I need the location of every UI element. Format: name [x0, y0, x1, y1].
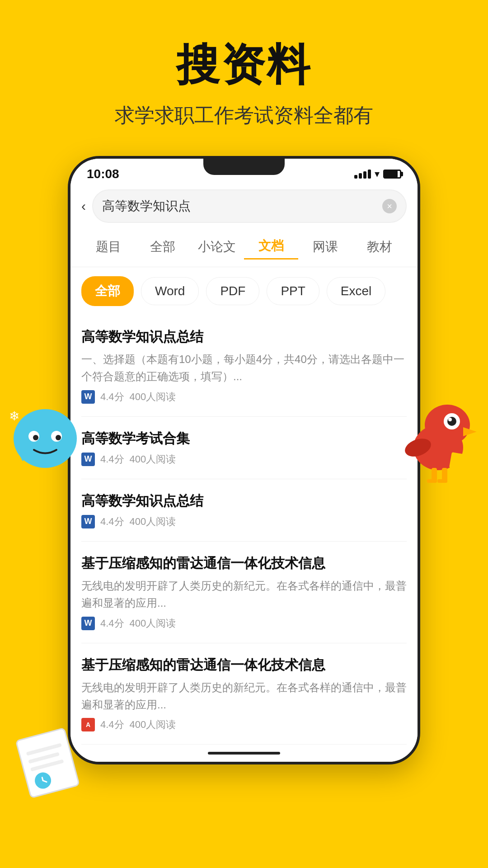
main-title: 搜资料	[176, 36, 312, 95]
filter-ppt-button[interactable]: PPT	[267, 277, 319, 305]
filter-word-button[interactable]: Word	[141, 277, 199, 305]
result-desc: 一、选择题（本题有10小题，每小题4分，共40分，请选出各题中一个符合题意的正确…	[81, 351, 407, 386]
result-reads: 400人阅读	[130, 515, 176, 528]
svg-rect-18	[449, 452, 469, 471]
word-badge-icon: W	[81, 515, 95, 528]
clear-button[interactable]: ×	[382, 199, 397, 213]
result-reads: 400人阅读	[130, 390, 176, 404]
result-rating: 4.4分	[100, 718, 124, 731]
tab-小论文[interactable]: 小论文	[190, 235, 244, 259]
result-meta: W 4.4分 400人阅读	[81, 453, 407, 466]
category-tabs: 题目 全部 小论文 文档 网课 教材	[70, 230, 418, 267]
search-query-text: 高等数学知识点	[102, 198, 191, 215]
tab-教材[interactable]: 教材	[352, 235, 407, 259]
svg-point-12	[448, 418, 452, 421]
result-rating: 4.4分	[100, 617, 124, 630]
speech-bubble-decoration: ❄	[9, 407, 81, 479]
result-item[interactable]: 基于压缩感知的雷达通信一体化技术信息 无线电的发明开辟了人类历史的新纪元。在各式…	[81, 542, 407, 643]
result-reads: 400人阅读	[130, 718, 176, 731]
mascot-decoration	[393, 389, 483, 488]
tab-全部[interactable]: 全部	[136, 235, 190, 259]
word-badge-icon: W	[81, 453, 95, 466]
status-time: 10:08	[87, 167, 119, 181]
svg-rect-16	[427, 479, 437, 483]
search-bar[interactable]: 高等数学知识点 ×	[92, 189, 407, 223]
result-reads: 400人阅读	[130, 453, 176, 466]
page-container: 搜资料 求学求职工作考试资料全都有 ❄	[0, 0, 488, 868]
result-title: 高等数学考试合集	[81, 429, 407, 448]
result-desc: 无线电的发明开辟了人类历史的新纪元。在各式各样的通信中，最普遍和显著的应用...	[81, 577, 407, 612]
wifi-icon: ▾	[375, 168, 380, 180]
tab-文档[interactable]: 文档	[244, 234, 298, 259]
result-title: 基于压缩感知的雷达通信一体化技术信息	[81, 656, 407, 675]
sub-title: 求学求职工作考试资料全都有	[115, 102, 373, 129]
svg-text:❄: ❄	[9, 409, 19, 423]
word-badge-icon: W	[81, 617, 95, 630]
result-meta: W 4.4分 400人阅读	[81, 515, 407, 528]
phone-mockup: 10:08 ▾ ‹ 高等数学知识点 ×	[68, 156, 420, 764]
svg-rect-17	[437, 479, 447, 483]
result-rating: 4.4分	[100, 453, 124, 466]
result-title: 高等数学知识点总结	[81, 328, 407, 346]
svg-point-5	[56, 435, 61, 440]
home-bar	[208, 752, 280, 755]
result-meta: W 4.4分 400人阅读	[81, 390, 407, 404]
search-row: ‹ 高等数学知识点 ×	[70, 185, 418, 230]
result-title: 高等数学知识点总结	[81, 492, 407, 510]
svg-point-11	[447, 417, 456, 426]
back-button[interactable]: ‹	[81, 198, 86, 214]
battery-icon	[383, 170, 401, 179]
result-title: 基于压缩感知的雷达通信一体化技术信息	[81, 554, 407, 573]
results-list: 高等数学知识点总结 一、选择题（本题有10小题，每小题4分，共40分，请选出各题…	[70, 315, 418, 745]
home-indicator	[70, 745, 418, 762]
result-meta: W 4.4分 400人阅读	[81, 617, 407, 630]
result-reads: 400人阅读	[130, 617, 176, 630]
signal-icon	[354, 170, 371, 179]
filter-all-button[interactable]: 全部	[81, 276, 134, 306]
pdf-badge-icon: A	[81, 718, 95, 731]
result-item[interactable]: 高等数学知识点总结 一、选择题（本题有10小题，每小题4分，共40分，请选出各题…	[81, 315, 407, 417]
result-item[interactable]: 基于压缩感知的雷达通信一体化技术信息 无线电的发明开辟了人类历史的新纪元。在各式…	[81, 643, 407, 745]
word-badge-icon: W	[81, 390, 95, 404]
phone-notch	[203, 159, 285, 175]
result-desc: 无线电的发明开辟了人类历史的新纪元。在各式各样的通信中，最普遍和显著的应用...	[81, 679, 407, 714]
tab-题目[interactable]: 题目	[81, 235, 136, 259]
result-item[interactable]: 高等数学知识点总结 W 4.4分 400人阅读	[81, 479, 407, 542]
status-icons: ▾	[354, 168, 401, 180]
result-rating: 4.4分	[100, 515, 124, 528]
filter-excel-button[interactable]: Excel	[327, 277, 385, 305]
result-item[interactable]: 高等数学考试合集 W 4.4分 400人阅读	[81, 417, 407, 479]
svg-marker-9	[463, 427, 477, 436]
filter-pdf-button[interactable]: PDF	[206, 277, 259, 305]
result-meta: A 4.4分 400人阅读	[81, 718, 407, 731]
svg-rect-19	[16, 728, 79, 798]
result-rating: 4.4分	[100, 390, 124, 404]
tab-网课[interactable]: 网课	[298, 235, 352, 259]
doc-filter: 全部 Word PDF PPT Excel	[70, 267, 418, 315]
svg-point-4	[33, 435, 38, 440]
